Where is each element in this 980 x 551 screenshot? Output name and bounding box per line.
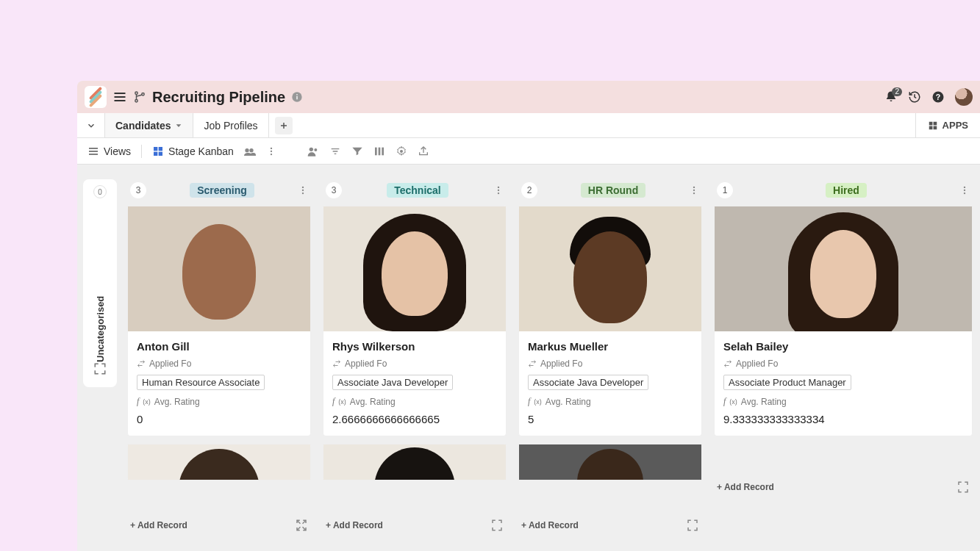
user-avatar[interactable] [955,88,973,106]
column-menu-icon[interactable] [298,185,308,195]
collapse-column-icon[interactable] [956,480,970,494]
candidate-name: Rhys Wilkerson [332,340,497,353]
candidate-name: Anton Gill [137,340,301,353]
notifications-icon[interactable]: 2 [884,90,898,104]
add-record-button[interactable]: + Add Record [130,520,187,530]
share-view-icon[interactable] [244,147,256,156]
svg-point-28 [271,150,272,151]
link-icon [723,359,732,368]
add-record-button[interactable]: + Add Record [521,520,579,530]
svg-rect-17 [933,126,937,129]
export-icon[interactable] [418,145,429,157]
tab-label: Job Profiles [204,120,257,132]
history-icon[interactable] [908,90,921,104]
svg-point-53 [693,187,695,188]
link-icon [528,359,537,368]
avg-rating-field: f(x) Avg. Rating [528,396,693,407]
candidate-card[interactable] [518,444,702,480]
logo[interactable] [85,86,107,108]
add-record-button[interactable]: + Add Record [717,482,774,492]
collapse-column-icon[interactable] [295,519,308,532]
svg-rect-14 [929,121,932,125]
tab-label: Candidates [115,120,171,132]
candidate-card[interactable] [323,444,507,480]
view-name-label: Stage Kanban [168,145,234,157]
svg-point-4 [135,100,137,102]
candidate-card[interactable]: Markus Mueller Applied Fo Associate Java… [518,206,702,436]
candidate-photo [128,444,310,480]
column-menu-icon[interactable] [689,185,699,195]
column-menu-icon[interactable] [959,185,970,195]
svg-point-59 [964,190,965,191]
candidate-photo [519,206,701,331]
expand-column-icon[interactable] [93,362,107,375]
svg-rect-22 [159,147,162,151]
svg-point-41 [302,192,304,194]
filter-icon[interactable] [351,145,363,157]
collapse-column-icon[interactable] [686,519,699,532]
svg-point-39 [302,187,304,188]
svg-point-3 [135,92,137,94]
views-button[interactable]: Views [87,145,131,157]
column-count: 0 [93,185,107,198]
candidate-card[interactable]: Selah Bailey Applied Fo Associate Produc… [714,206,973,436]
svg-rect-7 [296,96,297,100]
column-count: 3 [130,182,146,198]
column-technical: 3 Technical Rhys Wilkerson [321,179,508,532]
candidate-photo [323,444,506,480]
candidate-photo [323,206,506,331]
candidate-name: Markus Mueller [528,340,693,353]
tab-candidates[interactable]: Candidates [105,113,193,137]
svg-point-29 [271,153,272,154]
svg-point-26 [249,148,253,152]
svg-point-54 [693,190,695,191]
svg-rect-16 [929,126,932,129]
tabbar-collapse-button[interactable] [77,113,105,137]
candidate-card[interactable] [127,444,311,480]
applied-for-field: Applied Fo [137,359,301,369]
collaborators-icon[interactable] [307,146,319,156]
applied-for-field: Applied Fo [332,359,497,369]
candidate-card[interactable]: Anton Gill Applied Fo Human Resource Ass… [127,206,311,436]
svg-text:?: ? [936,93,940,101]
sort-icon[interactable] [329,145,341,157]
link-icon [332,359,341,368]
column-title: HR Round [543,184,683,196]
settings-icon[interactable] [396,145,407,157]
candidate-photo [519,444,701,480]
svg-point-30 [310,147,313,151]
candidate-card[interactable]: Rhys Wilkerson Applied Fo Associate Java… [323,206,507,436]
column-menu-icon[interactable] [493,185,504,195]
collapse-column-icon[interactable] [490,519,504,532]
candidate-photo [128,206,310,331]
hamburger-icon[interactable] [112,90,127,104]
tab-job-profiles[interactable]: Job Profiles [193,113,268,137]
avg-rating-field: f(x) Avg. Rating [332,396,497,407]
svg-rect-23 [154,151,157,155]
branch-icon[interactable] [133,90,146,104]
svg-point-27 [271,147,272,148]
svg-rect-35 [375,147,377,155]
column-count: 2 [521,182,537,198]
info-icon[interactable] [291,91,303,103]
titlebar: Recruiting Pipeline 2 ? [77,81,980,113]
columns-icon[interactable] [373,145,385,157]
add-record-button[interactable]: + Add Record [326,520,383,530]
help-icon[interactable]: ? [931,90,945,104]
column-hired: 1 Hired Selah Bailey [712,179,974,494]
current-view[interactable]: Stage Kanban [152,145,234,157]
apps-button[interactable]: APPS [915,113,980,137]
svg-point-38 [400,150,403,153]
svg-rect-24 [159,151,162,155]
role-tag: Associate Product Manager [723,375,851,390]
more-view-icon[interactable] [266,146,276,156]
column-hr-round: 2 HR Round Markus Mueller [517,179,704,532]
svg-point-25 [245,148,248,152]
add-tab-button[interactable] [275,117,293,134]
app-shell: Recruiting Pipeline 2 ? Candidates [77,81,980,551]
applied-for-field: Applied Fo [528,359,693,369]
svg-point-58 [964,187,965,188]
svg-rect-21 [154,147,157,151]
rating-value: 9.333333333333334 [723,413,963,425]
svg-point-49 [498,190,499,191]
